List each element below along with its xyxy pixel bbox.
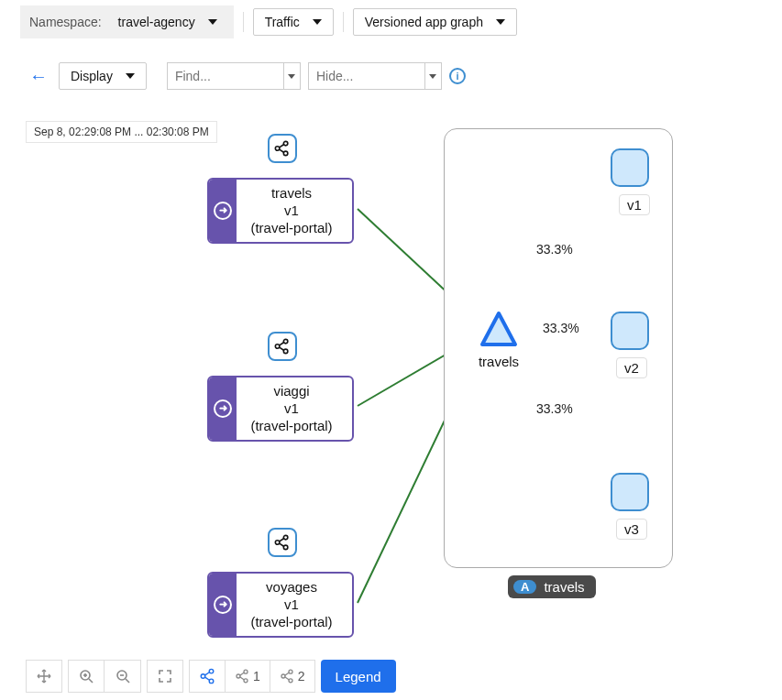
hide-input-group [308,62,442,90]
node-version: v1 [240,400,343,418]
caret-down-icon [208,19,217,25]
namespace-selector[interactable]: Namespace: travel-agency [20,5,234,38]
layout-2-button[interactable]: 2 [270,660,315,693]
svg-line-41 [284,673,289,675]
app-group-label[interactable]: A travels [508,575,596,598]
node-namespace: (travel-portal) [240,220,343,237]
layout-default-button[interactable] [189,660,226,693]
node-app-name: voyages [240,579,343,596]
divider [243,12,244,32]
service-name-label: travels [473,354,524,369]
version-label-v1: v1 [619,194,650,215]
svg-line-22 [89,679,93,683]
back-arrow-icon[interactable]: ← [29,66,48,87]
svg-line-15 [279,347,283,351]
arrow-right-circle-icon: ➜ [214,399,232,418]
find-dropdown-toggle[interactable] [283,63,300,89]
zoom-in-button[interactable] [68,660,105,693]
time-range-label: Sep 8, 02:29:08 PM ... 02:30:08 PM [26,121,217,143]
version-label-v2: v2 [616,357,647,378]
svg-line-19 [279,539,283,542]
svg-line-20 [279,543,283,547]
svg-line-37 [240,677,245,680]
fit-button[interactable] [147,660,183,693]
arrow-right-circle-icon: ➜ [214,202,232,220]
node-namespace: (travel-portal) [240,418,343,435]
service-node-icon[interactable] [479,310,519,353]
workload-icon[interactable] [268,134,297,163]
find-input-group [167,62,301,90]
edge-label: 33.3% [536,242,573,257]
node-app-name: viaggi [240,383,343,400]
svg-line-9 [279,145,283,148]
divider [343,12,344,32]
traffic-dropdown[interactable]: Traffic [253,8,334,36]
namespace-label: Namespace: [29,15,102,29]
arrow-right-circle-icon: ➜ [214,596,232,614]
info-icon[interactable]: i [449,68,466,84]
source-node-voyages[interactable]: ➜ voyages v1 (travel-portal) [207,572,354,638]
layout-1-label: 1 [253,669,260,684]
workload-node-v3[interactable] [611,473,649,511]
graph-type-dropdown[interactable]: Versioned app graph [353,8,517,36]
hide-dropdown-toggle[interactable] [424,63,441,89]
zoom-out-button[interactable] [105,660,141,693]
traffic-label: Traffic [265,15,300,29]
version-label-v3: v3 [616,519,647,540]
svg-line-42 [284,677,289,680]
svg-line-36 [240,673,245,675]
edge-label: 33.3% [543,321,579,335]
workload-node-v1[interactable] [611,148,649,187]
workload-icon[interactable] [268,332,297,361]
node-version: v1 [240,202,343,220]
workload-node-v2[interactable] [611,312,649,350]
svg-line-14 [279,343,283,346]
drag-mode-button[interactable] [26,660,62,693]
node-version: v1 [240,596,343,614]
svg-line-32 [204,677,209,681]
namespace-value: travel-agency [118,15,195,29]
node-app-name: travels [240,185,343,202]
display-label: Display [71,69,113,83]
app-group-name: travels [544,579,584,595]
caret-down-icon [126,73,135,79]
workload-icon[interactable] [268,528,297,557]
source-node-viaggi[interactable]: ➜ viaggi v1 (travel-portal) [207,376,354,442]
svg-line-31 [204,673,209,676]
svg-line-10 [279,149,283,153]
display-dropdown[interactable]: Display [59,62,147,90]
app-badge: A [513,580,536,594]
caret-down-icon [313,19,322,25]
svg-line-26 [126,679,129,683]
find-input[interactable] [168,63,283,89]
legend-button[interactable]: Legend [321,660,396,693]
namespace-dropdown[interactable]: travel-agency [111,11,225,33]
graph-canvas[interactable]: Sep 8, 02:29:08 PM ... 02:30:08 PM ➜ tra… [20,101,782,700]
layout-2-label: 2 [298,669,305,684]
caret-down-icon [496,19,505,25]
layout-1-button[interactable]: 1 [226,660,270,693]
graph-bottom-toolbar: 1 2 Legend [26,660,396,693]
source-node-travels[interactable]: ➜ travels v1 (travel-portal) [207,178,354,244]
graph-type-label: Versioned app graph [365,15,483,29]
hide-input[interactable] [309,63,424,89]
edge-label: 33.3% [536,401,573,416]
node-namespace: (travel-portal) [240,614,343,631]
